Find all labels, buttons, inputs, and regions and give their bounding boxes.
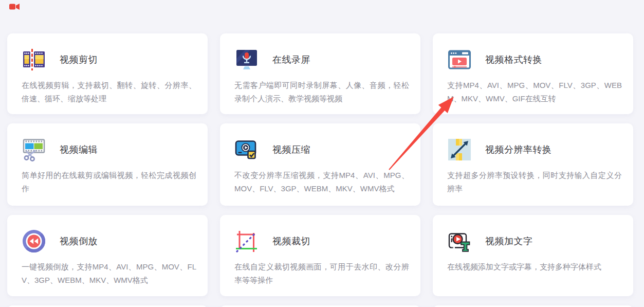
card-description: 简单好用的在线裁剪或编辑视频，轻松完成视频创作 <box>22 169 196 195</box>
card-description: 在线自定义裁切视频画面，可用于去水印、改分辨率等等操作 <box>234 260 409 287</box>
film-edit-icon <box>22 137 46 162</box>
card-head: 视频压缩 <box>234 137 409 162</box>
card-head: 视频剪切 <box>22 47 196 72</box>
card-title: 视频编辑 <box>60 143 98 156</box>
crop-icon <box>234 229 259 254</box>
card-title: 视频分辨率转换 <box>485 143 552 156</box>
card-description: 在线视频添加文字或字幕，支持多种字体样式 <box>447 260 622 274</box>
card-video-compress[interactable]: 视频压缩 不改变分辨率压缩视频，支持MP4、AVI、MPG、MOV、FLV、3G… <box>220 123 420 206</box>
card-description: 无需客户端即可同时录制屏幕、人像、音频，轻松录制个人演示、教学视频等视频 <box>234 79 409 105</box>
card-title: 视频格式转换 <box>485 53 542 66</box>
card-description: 不改变分辨率压缩视频，支持MP4、AVI、MPG、MOV、FLV、3GP、WEB… <box>234 169 409 195</box>
tool-card-grid: 视频剪切 在线视频剪辑，支持裁切、翻转、旋转、分辨率、倍速、循环、缩放等处理 在… <box>7 33 633 307</box>
card-head: 视频倒放 <box>22 229 196 254</box>
card-video-edit[interactable]: 视频编辑 简单好用的在线裁剪或编辑视频，轻松完成视频创作 <box>7 123 208 206</box>
video-compress-icon <box>234 137 259 162</box>
card-head: 视频编辑 <box>22 137 196 162</box>
card-video-cut[interactable]: 视频剪切 在线视频剪辑，支持裁切、翻转、旋转、分辨率、倍速、循环、缩放等处理 <box>7 33 208 114</box>
card-screen-record[interactable]: 在线录屏 无需客户端即可同时录制屏幕、人像、音频，轻松录制个人演示、教学视频等视… <box>220 33 420 114</box>
card-description: 支持超多分辨率预设转换，同时支持输入自定义分辨率 <box>447 169 622 195</box>
card-video-reverse[interactable]: 视频倒放 一键视频倒放，支持MP4、AVI、MPG、MOV、FLV、3GP、WE… <box>7 215 208 296</box>
card-title: 在线录屏 <box>272 53 310 66</box>
card-title: 视频倒放 <box>60 235 98 247</box>
card-head: 视频分辨率转换 <box>447 137 622 162</box>
film-cut-icon <box>22 47 46 72</box>
card-video-crop[interactable]: 视频裁切 在线自定义裁切视频画面，可用于去水印、改分辨率等等操作 <box>220 215 420 296</box>
screen-record-icon <box>234 47 259 72</box>
card-title: 视频剪切 <box>60 53 98 66</box>
card-head: 视频裁切 <box>234 229 409 254</box>
format-convert-icon <box>447 47 472 72</box>
rewind-icon <box>22 229 46 254</box>
card-head: 视频加文字 <box>447 229 622 254</box>
card-head: 在线录屏 <box>234 47 409 72</box>
card-format-convert[interactable]: 视频格式转换 支持MP4、AVI、MPG、MOV、FLV、3GP、WEBM、MK… <box>433 33 633 114</box>
card-resolution-convert[interactable]: 视频分辨率转换 支持超多分辨率预设转换，同时支持输入自定义分辨率 <box>433 123 633 206</box>
add-text-icon <box>447 229 472 254</box>
card-description: 在线视频剪辑，支持裁切、翻转、旋转、分辨率、倍速、循环、缩放等处理 <box>22 79 196 105</box>
card-head: 视频格式转换 <box>447 47 622 72</box>
red-video-camera-mark <box>9 3 21 11</box>
card-add-text[interactable]: 视频加文字 在线视频添加文字或字幕，支持多种字体样式 <box>433 215 633 296</box>
resolution-convert-icon <box>447 137 472 162</box>
card-title: 视频加文字 <box>485 235 533 247</box>
card-description: 支持MP4、AVI、MPG、MOV、FLV、3GP、WEBM、MKV、WMV、G… <box>447 79 622 105</box>
card-title: 视频裁切 <box>272 235 310 247</box>
card-title: 视频压缩 <box>272 143 310 156</box>
card-description: 一键视频倒放，支持MP4、AVI、MPG、MOV、FLV、3GP、WEBM、MK… <box>22 260 196 287</box>
